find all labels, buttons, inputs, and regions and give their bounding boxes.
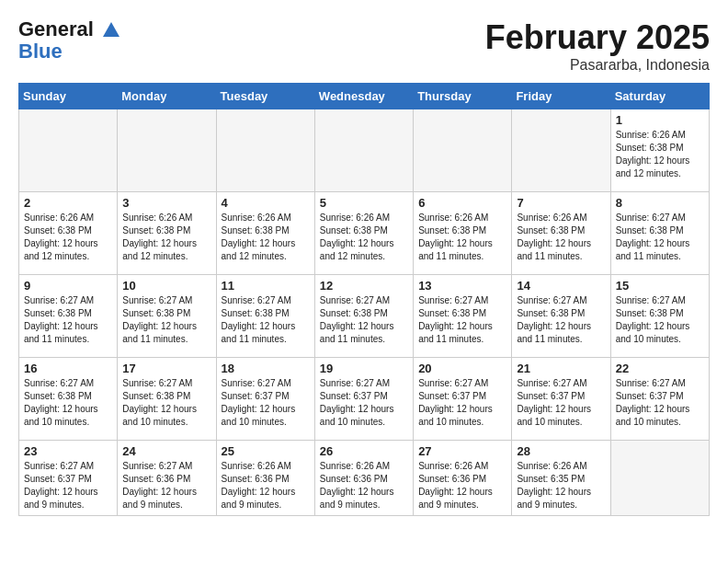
calendar-cell: 17Sunrise: 6:27 AM Sunset: 6:38 PM Dayli… xyxy=(118,358,216,441)
day-info: Sunrise: 6:26 AM Sunset: 6:35 PM Dayligh… xyxy=(517,460,605,511)
calendar-cell: 14Sunrise: 6:27 AM Sunset: 6:38 PM Dayli… xyxy=(512,275,610,358)
calendar-cell: 19Sunrise: 6:27 AM Sunset: 6:37 PM Dayli… xyxy=(314,358,413,441)
day-info: Sunrise: 6:27 AM Sunset: 6:38 PM Dayligh… xyxy=(222,294,310,346)
day-info: Sunrise: 6:27 AM Sunset: 6:38 PM Dayligh… xyxy=(24,377,112,429)
day-number: 25 xyxy=(222,444,310,458)
calendar-cell: 18Sunrise: 6:27 AM Sunset: 6:37 PM Dayli… xyxy=(216,358,314,441)
day-number: 11 xyxy=(222,279,310,293)
day-info: Sunrise: 6:26 AM Sunset: 6:38 PM Dayligh… xyxy=(517,212,605,263)
day-number: 24 xyxy=(122,444,210,458)
calendar-week-row: 23Sunrise: 6:27 AM Sunset: 6:37 PM Dayli… xyxy=(19,441,710,516)
day-header-tuesday: Tuesday xyxy=(216,84,314,109)
day-info: Sunrise: 6:27 AM Sunset: 6:38 PM Dayligh… xyxy=(320,294,408,346)
calendar-cell: 13Sunrise: 6:27 AM Sunset: 6:38 PM Dayli… xyxy=(414,275,512,358)
calendar-cell xyxy=(216,109,314,192)
title-block: February 2025 Pasararba, Indonesia xyxy=(485,18,710,74)
day-info: Sunrise: 6:27 AM Sunset: 6:37 PM Dayligh… xyxy=(24,460,112,511)
calendar-week-row: 2Sunrise: 6:26 AM Sunset: 6:38 PM Daylig… xyxy=(19,192,710,275)
day-info: Sunrise: 6:27 AM Sunset: 6:37 PM Dayligh… xyxy=(418,377,506,429)
page-header: General Blue February 2025 Pasararba, In… xyxy=(18,18,710,74)
calendar-cell: 27Sunrise: 6:26 AM Sunset: 6:36 PM Dayli… xyxy=(414,441,512,516)
calendar-cell xyxy=(414,109,512,192)
calendar-cell: 28Sunrise: 6:26 AM Sunset: 6:35 PM Dayli… xyxy=(512,441,610,516)
day-info: Sunrise: 6:26 AM Sunset: 6:36 PM Dayligh… xyxy=(418,460,506,511)
day-info: Sunrise: 6:27 AM Sunset: 6:38 PM Dayligh… xyxy=(122,377,210,429)
day-header-thursday: Thursday xyxy=(414,84,512,109)
day-number: 7 xyxy=(517,196,605,210)
day-info: Sunrise: 6:27 AM Sunset: 6:38 PM Dayligh… xyxy=(418,294,506,346)
day-number: 3 xyxy=(122,196,210,210)
day-number: 18 xyxy=(222,362,310,375)
logo: General Blue xyxy=(18,18,121,63)
day-info: Sunrise: 6:27 AM Sunset: 6:37 PM Dayligh… xyxy=(616,377,704,429)
day-number: 14 xyxy=(517,279,605,293)
calendar-cell: 15Sunrise: 6:27 AM Sunset: 6:38 PM Dayli… xyxy=(610,275,709,358)
calendar-cell: 24Sunrise: 6:27 AM Sunset: 6:36 PM Dayli… xyxy=(118,441,216,516)
calendar-cell: 12Sunrise: 6:27 AM Sunset: 6:38 PM Dayli… xyxy=(314,275,413,358)
day-number: 28 xyxy=(517,444,605,458)
svg-marker-0 xyxy=(103,22,119,37)
calendar-week-row: 16Sunrise: 6:27 AM Sunset: 6:38 PM Dayli… xyxy=(19,358,710,441)
day-info: Sunrise: 6:27 AM Sunset: 6:37 PM Dayligh… xyxy=(517,377,605,429)
day-number: 5 xyxy=(320,196,408,210)
day-header-sunday: Sunday xyxy=(19,84,118,109)
day-info: Sunrise: 6:26 AM Sunset: 6:38 PM Dayligh… xyxy=(222,212,310,263)
calendar-cell: 4Sunrise: 6:26 AM Sunset: 6:38 PM Daylig… xyxy=(216,192,314,275)
logo-text-general: General xyxy=(18,17,94,40)
calendar-cell xyxy=(118,109,216,192)
day-header-friday: Friday xyxy=(512,84,610,109)
day-number: 22 xyxy=(616,362,704,375)
logo-text-blue: Blue xyxy=(18,40,121,63)
calendar-cell: 25Sunrise: 6:26 AM Sunset: 6:36 PM Dayli… xyxy=(216,441,314,516)
day-number: 1 xyxy=(616,113,704,127)
calendar-cell: 5Sunrise: 6:26 AM Sunset: 6:38 PM Daylig… xyxy=(314,192,413,275)
day-number: 8 xyxy=(616,196,704,210)
calendar-cell: 1Sunrise: 6:26 AM Sunset: 6:38 PM Daylig… xyxy=(610,109,709,192)
day-info: Sunrise: 6:26 AM Sunset: 6:38 PM Dayligh… xyxy=(320,212,408,263)
calendar-cell: 21Sunrise: 6:27 AM Sunset: 6:37 PM Dayli… xyxy=(512,358,610,441)
day-number: 4 xyxy=(222,196,310,210)
calendar-week-row: 9Sunrise: 6:27 AM Sunset: 6:38 PM Daylig… xyxy=(19,275,710,358)
day-number: 15 xyxy=(616,279,704,293)
logo-icon xyxy=(101,20,121,40)
day-info: Sunrise: 6:27 AM Sunset: 6:38 PM Dayligh… xyxy=(517,294,605,346)
day-info: Sunrise: 6:27 AM Sunset: 6:36 PM Dayligh… xyxy=(122,460,210,511)
calendar-cell: 22Sunrise: 6:27 AM Sunset: 6:37 PM Dayli… xyxy=(610,358,709,441)
day-number: 20 xyxy=(418,362,506,375)
calendar-cell: 10Sunrise: 6:27 AM Sunset: 6:38 PM Dayli… xyxy=(118,275,216,358)
calendar-cell: 7Sunrise: 6:26 AM Sunset: 6:38 PM Daylig… xyxy=(512,192,610,275)
day-info: Sunrise: 6:27 AM Sunset: 6:38 PM Dayligh… xyxy=(24,294,112,346)
day-number: 10 xyxy=(122,279,210,293)
calendar-header-row: SundayMondayTuesdayWednesdayThursdayFrid… xyxy=(19,84,710,109)
calendar-cell: 23Sunrise: 6:27 AM Sunset: 6:37 PM Dayli… xyxy=(19,441,118,516)
day-info: Sunrise: 6:27 AM Sunset: 6:38 PM Dayligh… xyxy=(616,212,704,263)
day-number: 6 xyxy=(418,196,506,210)
day-info: Sunrise: 6:26 AM Sunset: 6:38 PM Dayligh… xyxy=(418,212,506,263)
month-title: February 2025 xyxy=(485,18,710,57)
calendar-cell: 3Sunrise: 6:26 AM Sunset: 6:38 PM Daylig… xyxy=(118,192,216,275)
day-number: 23 xyxy=(24,444,112,458)
day-number: 9 xyxy=(24,279,112,293)
day-number: 27 xyxy=(418,444,506,458)
calendar-cell xyxy=(314,109,413,192)
day-header-monday: Monday xyxy=(118,84,216,109)
calendar-cell: 20Sunrise: 6:27 AM Sunset: 6:37 PM Dayli… xyxy=(414,358,512,441)
calendar-cell: 8Sunrise: 6:27 AM Sunset: 6:38 PM Daylig… xyxy=(610,192,709,275)
calendar-week-row: 1Sunrise: 6:26 AM Sunset: 6:38 PM Daylig… xyxy=(19,109,710,192)
day-header-saturday: Saturday xyxy=(610,84,709,109)
day-info: Sunrise: 6:27 AM Sunset: 6:37 PM Dayligh… xyxy=(320,377,408,429)
calendar-cell: 26Sunrise: 6:26 AM Sunset: 6:36 PM Dayli… xyxy=(314,441,413,516)
day-number: 26 xyxy=(320,444,408,458)
day-number: 19 xyxy=(320,362,408,375)
calendar-cell: 16Sunrise: 6:27 AM Sunset: 6:38 PM Dayli… xyxy=(19,358,118,441)
location-subtitle: Pasararba, Indonesia xyxy=(485,57,710,74)
day-info: Sunrise: 6:26 AM Sunset: 6:36 PM Dayligh… xyxy=(222,460,310,511)
day-number: 16 xyxy=(24,362,112,375)
day-info: Sunrise: 6:27 AM Sunset: 6:38 PM Dayligh… xyxy=(122,294,210,346)
calendar-table: SundayMondayTuesdayWednesdayThursdayFrid… xyxy=(18,83,710,516)
day-info: Sunrise: 6:26 AM Sunset: 6:38 PM Dayligh… xyxy=(24,212,112,263)
calendar-cell xyxy=(610,441,709,516)
calendar-cell xyxy=(512,109,610,192)
day-info: Sunrise: 6:26 AM Sunset: 6:36 PM Dayligh… xyxy=(320,460,408,511)
day-info: Sunrise: 6:27 AM Sunset: 6:37 PM Dayligh… xyxy=(222,377,310,429)
